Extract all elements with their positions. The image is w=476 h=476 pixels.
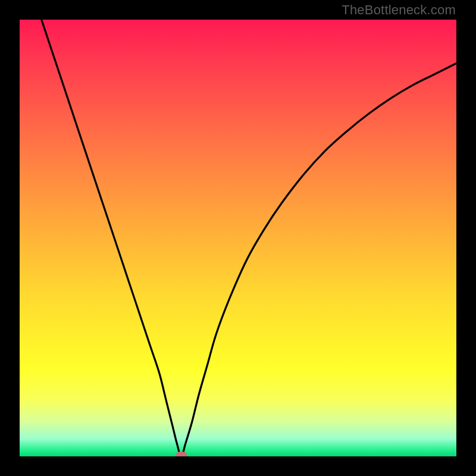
watermark-text: TheBottleneck.com: [342, 2, 456, 18]
curve-path: [20, 20, 456, 456]
plot-area: [20, 20, 456, 456]
optimal-marker: [176, 452, 187, 456]
bottleneck-curve: [20, 20, 456, 456]
chart-frame: TheBottleneck.com: [0, 0, 476, 476]
